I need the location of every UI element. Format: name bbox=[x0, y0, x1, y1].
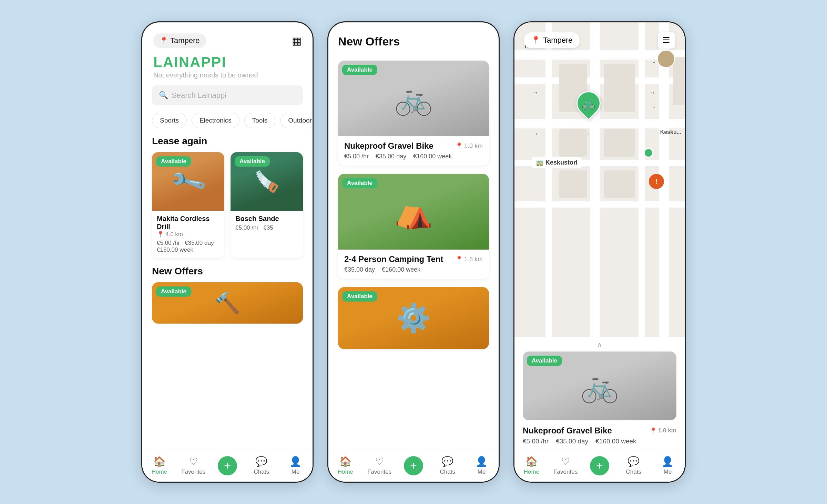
tram-icon: 🚃 bbox=[536, 159, 543, 166]
nav-add-3[interactable]: + bbox=[583, 456, 617, 475]
location-label-1: Tampere bbox=[170, 36, 200, 45]
nav-favorites-2[interactable]: ♡ Favorites bbox=[363, 456, 397, 475]
pin-icon-small: 📍 bbox=[157, 231, 164, 238]
map-pin-bubble: 🚲 bbox=[572, 86, 606, 120]
nav-home-2[interactable]: 🏠 Home bbox=[328, 456, 363, 475]
nav-add-2[interactable]: + bbox=[397, 456, 431, 475]
new-offers-title-1: New Offers bbox=[142, 266, 313, 282]
search-bar-1[interactable]: 🔍 Search Lainappi bbox=[152, 85, 303, 105]
map-product-dist: 📍 1.0 km bbox=[650, 427, 676, 434]
map-road-v2 bbox=[590, 22, 600, 337]
bike-icon-pin: 🚲 bbox=[582, 97, 595, 110]
map-product-card[interactable]: Available bbox=[523, 351, 676, 420]
new-offers-preview[interactable]: Available bbox=[152, 282, 303, 324]
favorites-label-1: Favorites bbox=[181, 469, 205, 475]
map-location-label: Tampere bbox=[543, 36, 573, 45]
nav-chats-2[interactable]: 💬 Chats bbox=[430, 456, 464, 475]
phone1-header: 📍 Tampere ▦ bbox=[142, 22, 313, 48]
offer-card-bike[interactable]: Available Nukeproof Gravel Bike 📍 1.0 km… bbox=[338, 61, 489, 166]
product-card-drill[interactable]: Available Makita Cordless Drill 📍 4.0 km… bbox=[152, 152, 224, 258]
product-info-sander: Bosch Sande €5.00 /hr €35 bbox=[231, 211, 303, 236]
map-block-2 bbox=[604, 64, 635, 112]
offer-price-tent: €35.00 day €160.00 week bbox=[344, 266, 483, 273]
nav-favorites-3[interactable]: ♡ Favorites bbox=[549, 456, 583, 475]
lease-again-title: Lease again bbox=[142, 136, 313, 152]
map-bottom-card: ∧ Available Nukeproof Gravel Bike 📍 1.0 … bbox=[514, 337, 685, 451]
chats-icon-2: 💬 bbox=[441, 456, 453, 467]
phone-3: → → → → → ↓ ↓ Hяmeenkatu 🚲 ! 🚃 Keskustor… bbox=[513, 21, 686, 483]
favorites-icon-1: ♡ bbox=[189, 456, 198, 467]
available-badge-drill: Available bbox=[156, 156, 191, 167]
category-row: Sports Electronics Tools Outdoor bbox=[142, 113, 313, 136]
phone-1: 📍 Tampere ▦ LAINAPPI Not everything need… bbox=[141, 21, 314, 483]
map-block-4 bbox=[604, 129, 635, 157]
map-header: 📍 Tampere ☰ bbox=[514, 22, 685, 49]
map-arrow-6: ↓ bbox=[652, 57, 656, 65]
offers-list: Available Nukeproof Gravel Bike 📍 1.0 km… bbox=[338, 61, 489, 349]
me-icon-3: 👤 bbox=[662, 456, 674, 467]
nav-chats-3[interactable]: 💬 Chats bbox=[616, 456, 651, 475]
map-area[interactable]: → → → → → ↓ ↓ Hяmeenkatu 🚲 ! 🚃 Keskustor… bbox=[514, 22, 685, 337]
map-location-pill[interactable]: 📍 Tampere bbox=[524, 32, 580, 48]
product-name-drill: Makita Cordless Drill bbox=[157, 215, 219, 231]
favorites-icon-3: ♡ bbox=[561, 456, 570, 467]
user-thumbnail[interactable] bbox=[657, 50, 675, 68]
add-circle-1: + bbox=[218, 456, 237, 475]
map-dot-green bbox=[644, 148, 653, 158]
nav-chats-1[interactable]: 💬 Chats bbox=[244, 456, 278, 475]
category-tools[interactable]: Tools bbox=[244, 113, 275, 128]
map-arrow-7: ↓ bbox=[652, 102, 656, 109]
map-grid-icon[interactable]: ▦ bbox=[292, 35, 302, 47]
me-icon-1: 👤 bbox=[289, 456, 302, 467]
home-label-3: Home bbox=[524, 469, 539, 475]
home-label-2: Home bbox=[338, 469, 353, 475]
phone2-content: New Offers Available Nukeproof Gravel Bi… bbox=[328, 22, 499, 451]
phone-2: New Offers Available Nukeproof Gravel Bi… bbox=[327, 21, 500, 483]
category-electronics[interactable]: Electronics bbox=[192, 113, 239, 128]
favorites-icon-2: ♡ bbox=[375, 456, 384, 467]
nav-me-2[interactable]: 👤 Me bbox=[464, 456, 499, 475]
station-label: 🚃 Keskustori bbox=[532, 157, 582, 168]
offer-dist-bike: 📍 1.0 km bbox=[455, 142, 483, 150]
favorites-label-2: Favorites bbox=[367, 469, 391, 475]
map-road-v1 bbox=[545, 22, 552, 337]
me-label-1: Me bbox=[292, 469, 300, 475]
brand-logo: LAINAPPI bbox=[142, 48, 313, 71]
nav-home-1[interactable]: 🏠 Home bbox=[142, 456, 176, 475]
offer-card-chainsaw[interactable]: Available bbox=[338, 287, 489, 349]
offer-name-tent: 2-4 Person Camping Tent bbox=[344, 254, 443, 264]
map-block-3 bbox=[559, 129, 587, 157]
map-product-name: Nukeproof Gravel Bike 📍 1.0 km bbox=[523, 426, 676, 435]
home-label-1: Home bbox=[152, 469, 167, 475]
map-product-price: €5.00 /hr €35.00 day €160.00 week bbox=[523, 438, 676, 445]
nav-home-3[interactable]: 🏠 Home bbox=[514, 456, 549, 475]
map-arrow-5: → bbox=[583, 130, 590, 138]
available-badge-sander: Available bbox=[235, 156, 270, 167]
chats-label-1: Chats bbox=[254, 469, 269, 475]
chats-label-3: Chats bbox=[626, 469, 641, 475]
category-outdoor[interactable]: Outdoor bbox=[280, 113, 313, 128]
offer-dist-tent: 📍 1.6 km bbox=[455, 255, 483, 263]
home-icon-2: 🏠 bbox=[339, 456, 351, 467]
offer-img-tent: Available bbox=[338, 174, 489, 250]
map-menu-icon[interactable]: ☰ bbox=[658, 32, 675, 49]
nav-favorites-1[interactable]: ♡ Favorites bbox=[176, 456, 211, 475]
nav-me-3[interactable]: 👤 Me bbox=[651, 456, 685, 475]
map-block-5 bbox=[559, 170, 587, 198]
me-label-2: Me bbox=[478, 469, 486, 475]
product-dist-drill: 📍 4.0 km bbox=[157, 231, 219, 238]
nav-add-1[interactable]: + bbox=[211, 456, 245, 475]
location-pill-1[interactable]: 📍 Tampere bbox=[153, 33, 206, 48]
map-bike-pin[interactable]: 🚲 bbox=[576, 91, 601, 115]
offer-name-bike: Nukeproof Gravel Bike bbox=[344, 141, 433, 151]
nav-me-1[interactable]: 👤 Me bbox=[278, 456, 313, 475]
available-badge-chainsaw: Available bbox=[342, 291, 377, 302]
category-sports[interactable]: Sports bbox=[152, 113, 187, 128]
offer-card-tent[interactable]: Available 2-4 Person Camping Tent 📍 1.6 … bbox=[338, 174, 489, 279]
offer-price-bike: €5.00 /hr €35.00 day €160.00 week bbox=[344, 153, 483, 160]
add-circle-3: + bbox=[590, 456, 609, 475]
product-card-sander[interactable]: Available Bosch Sande €5.00 /hr €35 bbox=[231, 152, 303, 258]
map-arrow-3: → bbox=[649, 88, 656, 96]
search-icon-1: 🔍 bbox=[159, 91, 168, 100]
pin-icon: 📍 bbox=[160, 36, 168, 45]
